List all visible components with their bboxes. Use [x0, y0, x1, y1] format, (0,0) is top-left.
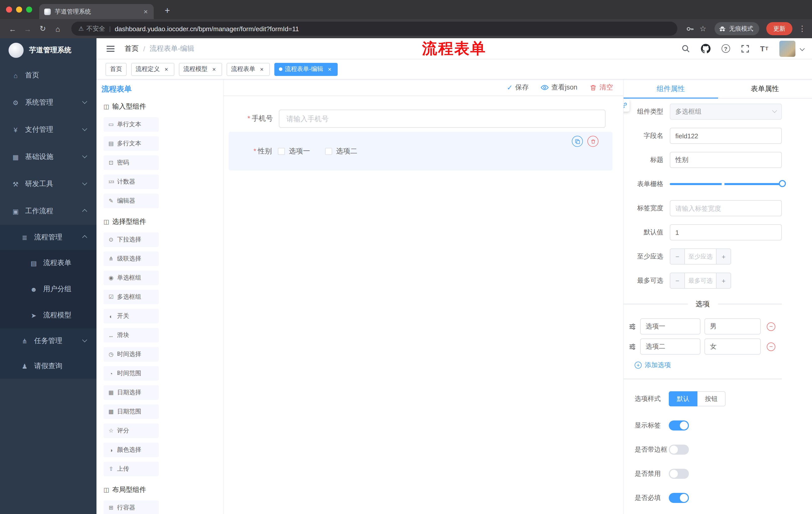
view-json-button[interactable]: 查看json	[541, 83, 577, 92]
sidebar-item[interactable]: ⚙ 系统管理	[0, 89, 96, 116]
tag-close-icon[interactable]: ×	[163, 65, 170, 73]
sidebar-item[interactable]: ⚒ 研发工具	[0, 170, 96, 198]
github-icon[interactable]	[701, 44, 710, 53]
save-button[interactable]: ✓ 保存	[507, 83, 529, 92]
palette-component[interactable]: ◔ 时间范围	[104, 366, 159, 381]
sidebar-item[interactable]: ¥ 支付管理	[0, 116, 96, 143]
tab-component-props[interactable]: 组件属性	[624, 79, 718, 98]
checkbox-option2[interactable]: 选项二	[325, 146, 357, 156]
style-button-button[interactable]: 按钮	[697, 391, 726, 406]
palette-component[interactable]: ◑ 颜色选择	[104, 442, 159, 457]
fullscreen-icon[interactable]	[741, 45, 749, 53]
grid-slider[interactable]	[670, 176, 782, 192]
component-type-select[interactable]: 多选框组	[670, 104, 782, 120]
tag-item[interactable]: 流程表单 ×	[227, 63, 270, 76]
tag-item[interactable]: 流程模型 ×	[179, 63, 222, 76]
toggle-switch[interactable]	[669, 421, 689, 431]
add-option-button[interactable]: + 添加选项	[635, 360, 782, 370]
drag-handle-icon[interactable]	[629, 323, 636, 330]
palette-component[interactable]: ◐ 开关	[104, 309, 159, 323]
decrease-button[interactable]: −	[670, 249, 685, 264]
palette-component[interactable]: ↔ 滑块	[104, 328, 159, 343]
clear-button[interactable]: 清空	[589, 83, 613, 92]
remove-option-button[interactable]: −	[767, 322, 775, 331]
palette-component[interactable]: ✎ 编辑器	[104, 194, 159, 208]
user-avatar[interactable]	[779, 40, 795, 57]
breadcrumb-home[interactable]: 首页	[125, 44, 139, 53]
sidebar-item[interactable]: ▣ 工作流程	[0, 198, 96, 225]
sidebar-toggle-icon[interactable]	[105, 44, 117, 54]
palette-component[interactable]: ◷ 时间选择	[104, 347, 159, 361]
option-name-input[interactable]	[640, 318, 700, 334]
browser-menu-icon[interactable]: ⋮	[799, 24, 806, 33]
palette-component[interactable]: ☑ 多选框组	[104, 290, 159, 304]
tag-item[interactable]: 首页	[106, 63, 127, 76]
toggle-switch[interactable]	[669, 469, 689, 479]
copy-widget-button[interactable]	[572, 136, 583, 147]
remove-option-button[interactable]: −	[767, 342, 775, 351]
option-value-input[interactable]	[704, 339, 761, 355]
decrease-button[interactable]: −	[670, 273, 685, 288]
palette-component[interactable]: ⋔ 级联选择	[104, 251, 159, 266]
bookmark-star-icon[interactable]: ☆	[697, 23, 708, 34]
sidebar-item[interactable]: ☻ 用户分组	[0, 276, 96, 302]
min-stepper-value[interactable]: 至少应选	[685, 249, 716, 264]
sidebar-item[interactable]: ♟ 请假查询	[0, 354, 96, 379]
tag-close-icon[interactable]: ×	[258, 65, 265, 73]
browser-tab[interactable]: 芋道管理系统 ×	[39, 4, 154, 19]
sidebar-item[interactable]: ≣ 流程管理	[0, 225, 96, 250]
window-minimize-button[interactable]	[16, 6, 22, 12]
tab-close-icon[interactable]: ×	[143, 7, 149, 16]
palette-component[interactable]: ◉ 单选框组	[104, 271, 159, 285]
palette-component[interactable]: 123 计数器	[104, 174, 159, 189]
tag-item[interactable]: 流程定义 ×	[131, 63, 174, 76]
link-float-button[interactable]	[623, 99, 630, 112]
reload-button[interactable]: ↻	[36, 22, 49, 35]
tab-form-props[interactable]: 表单属性	[718, 79, 812, 98]
style-default-button[interactable]: 默认	[669, 391, 697, 406]
tag-close-icon[interactable]: ×	[326, 65, 333, 73]
palette-component[interactable]: ▭ 单行文本	[104, 117, 159, 132]
browser-update-button[interactable]: 更新	[766, 22, 792, 35]
avatar-caret-icon[interactable]	[800, 46, 805, 51]
phone-input[interactable]	[279, 110, 606, 128]
new-tab-button[interactable]: +	[161, 4, 174, 17]
option-name-input[interactable]	[640, 339, 700, 355]
field-name-input[interactable]	[670, 128, 782, 144]
window-zoom-button[interactable]	[26, 6, 32, 12]
sidebar-item[interactable]: ⋔ 任务管理	[0, 328, 96, 354]
font-size-icon[interactable]: TT	[760, 44, 768, 53]
forward-button[interactable]: →	[21, 22, 34, 35]
home-button[interactable]: ⌂	[51, 22, 64, 35]
palette-component[interactable]: ☆ 评分	[104, 424, 159, 438]
title-input[interactable]	[670, 152, 782, 168]
palette-component[interactable]: ⊙ 下拉选择	[104, 232, 159, 247]
canvas-field-gender-selected[interactable]: 性别 选项一 选项二	[229, 132, 612, 170]
default-value-input[interactable]	[670, 224, 782, 240]
checkbox-option1[interactable]: 选项一	[278, 146, 310, 156]
palette-component[interactable]: ▤ 多行文本	[104, 136, 159, 151]
palette-component[interactable]: ⊞ 行容器	[104, 501, 159, 514]
max-stepper-value[interactable]: 最多可选	[685, 273, 716, 288]
palette-component[interactable]: ⇧ 上传	[104, 462, 159, 476]
label-width-input[interactable]	[670, 200, 782, 216]
search-icon[interactable]	[681, 44, 690, 53]
option-value-input[interactable]	[704, 318, 761, 334]
sidebar-item[interactable]: ➤ 流程模型	[0, 302, 96, 328]
toggle-switch[interactable]	[669, 444, 689, 455]
tag-item[interactable]: 流程表单-编辑 ×	[274, 63, 338, 76]
palette-component[interactable]: ⊡ 密码	[104, 155, 159, 170]
sidebar-item[interactable]: ▤ 流程表单	[0, 250, 96, 276]
sidebar-item[interactable]: ▦ 基础设施	[0, 143, 96, 170]
increase-button[interactable]: +	[716, 273, 731, 288]
address-bar[interactable]: ⚠ 不安全 | dashboard.yudao.iocoder.cn/bpm/m…	[71, 22, 677, 36]
password-key-icon[interactable]	[685, 23, 695, 34]
delete-widget-button[interactable]	[587, 136, 599, 147]
palette-component[interactable]: ▦ 日期选择	[104, 385, 159, 400]
toggle-switch[interactable]	[669, 493, 689, 503]
tag-close-icon[interactable]: ×	[210, 65, 218, 73]
back-button[interactable]: ←	[6, 22, 19, 35]
help-icon[interactable]: ?	[721, 44, 730, 53]
slider-handle[interactable]	[779, 180, 786, 187]
drag-handle-icon[interactable]	[629, 343, 636, 350]
